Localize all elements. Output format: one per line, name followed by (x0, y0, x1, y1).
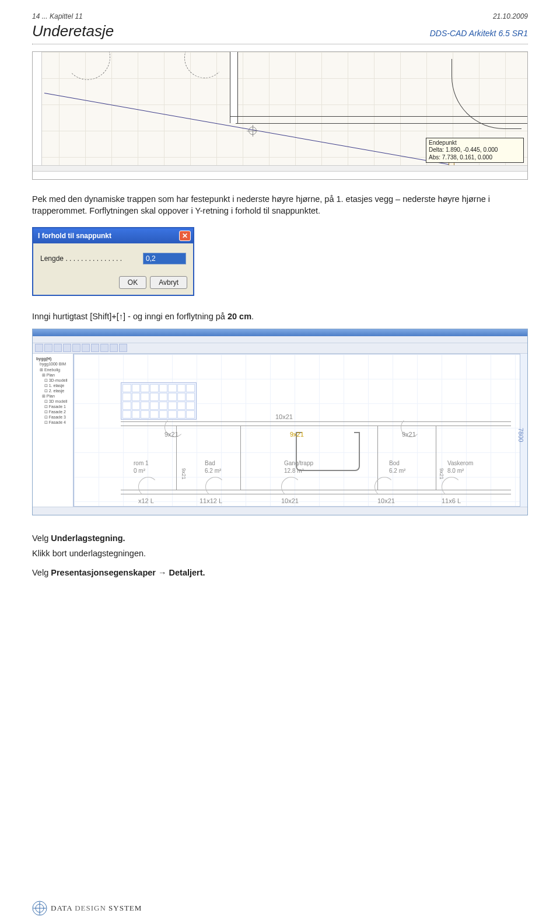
room-label: Gang/trapp12.8 m² (284, 459, 313, 475)
arrow-up-icon: ↑ (119, 312, 123, 321)
body-paragraph: Pek med den dynamiske trappen som har fe… (32, 194, 528, 217)
brand-logo-icon (32, 901, 47, 916)
toolbar-icon[interactable] (110, 344, 118, 352)
length-label: Lengde . . . . . . . . . . . . . . . (40, 254, 139, 263)
body-paragraph: Inngi hurtigtast [Shift]+[↑] - og inngi … (32, 311, 528, 323)
page-title: Underetasje (32, 21, 114, 41)
room-label: Vaskerom8.0 m² (447, 459, 473, 475)
toolbar-icon[interactable] (100, 344, 108, 352)
toolbar-icon[interactable] (54, 344, 62, 352)
ok-button[interactable]: OK (119, 276, 146, 289)
project-tree-panel[interactable]: bygg(H) bygg1000 BIM ⊞ Enebolig ⊞ Plan ⊡… (33, 354, 74, 507)
tooltip-line: Endepunkt (429, 140, 521, 147)
toolbar-icon[interactable] (82, 344, 90, 352)
dialog-title: I forhold til snappunkt (38, 231, 111, 240)
body-paragraph: Velg Presentasjonsegenskaper → Detaljert… (32, 567, 528, 579)
window-label: 10x21 (281, 497, 299, 505)
dimension-vertical: 7800 (519, 396, 525, 474)
snap-offset-dialog: I forhold til snappunkt ✕ Lengde . . . .… (32, 227, 194, 296)
window-label: 10x21 (377, 497, 395, 505)
toolbar-icon[interactable] (44, 344, 52, 352)
length-input[interactable]: 0,2 (143, 253, 186, 264)
toolbar-icon[interactable] (119, 344, 127, 352)
snap-tooltip: Endepunkt Delta: 1.890, -0.445, 0.000 Ab… (426, 138, 524, 163)
door-label: 9x21 (164, 430, 178, 439)
tool-palette[interactable] (121, 382, 197, 420)
toolbar-icon[interactable] (35, 344, 43, 352)
door-label-selected: 9x21 (290, 430, 304, 439)
tooltip-line: Abs: 7.738, 0.161, 0.000 (429, 154, 521, 162)
page-date: 21.10.2009 (493, 12, 528, 21)
page-ref: 14 ... Kapittel 11 (32, 12, 83, 21)
tooltip-line: Delta: 1.890, -0.445, 0.000 (429, 147, 521, 154)
room-label: rom 10 m² (134, 459, 149, 475)
room-label: Bad6.2 m² (205, 459, 221, 475)
room-label: Bod6.2 m² (389, 459, 405, 475)
side-door-label: 9x21 (180, 468, 187, 480)
side-door-label: 9x21 (438, 468, 445, 480)
cad-canvas[interactable]: 10x21 9x21 9x21 9x21 rom 10 m² Bad6.2 m²… (74, 354, 520, 507)
toolbar-icon[interactable] (72, 344, 80, 352)
cad-detail-view: Endepunkt Delta: 1.890, -0.445, 0.000 Ab… (32, 51, 528, 180)
door-label: 9x21 (402, 430, 416, 439)
toolbar-icon[interactable] (63, 344, 71, 352)
close-button[interactable]: ✕ (179, 231, 191, 241)
cad-app-screenshot: bygg(H) bygg1000 BIM ⊞ Enebolig ⊞ Plan ⊡… (32, 329, 528, 515)
window-label: 11x6 L (442, 497, 461, 505)
close-icon: ✕ (182, 231, 188, 240)
page-subtitle: DDS-CAD Arkitekt 6.5 SR1 (430, 28, 528, 39)
body-paragraph: Klikk bort underlagstegningen. (32, 548, 528, 560)
cad-toolbar (33, 343, 527, 354)
window-label: x12 L (138, 497, 154, 505)
window-label: 11x12 L (200, 497, 222, 505)
door-label: 10x21 (275, 413, 293, 421)
status-bar (33, 507, 527, 515)
toolbar-icon[interactable] (91, 344, 99, 352)
cancel-button[interactable]: Avbryt (150, 276, 187, 289)
body-paragraph: Velg Underlagstegning. (32, 533, 528, 545)
footer-brand: DATA DESIGN SYSTEM (32, 901, 142, 916)
